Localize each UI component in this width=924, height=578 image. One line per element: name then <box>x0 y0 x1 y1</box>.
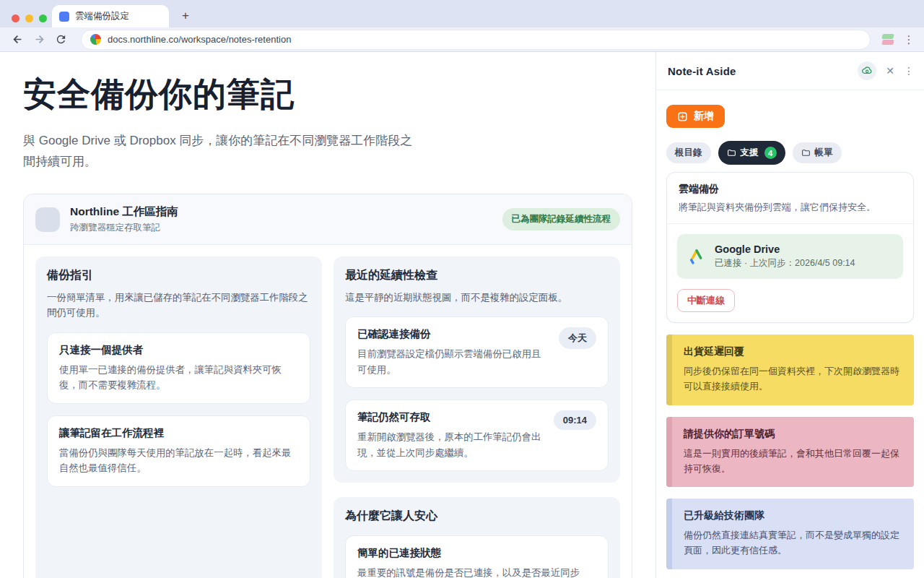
guide-item-body: 使用單一已連接的備份提供者，讓筆記與資料夾可恢復，而不需要複雜流程。 <box>59 362 298 393</box>
browser-menu-button[interactable]: ⋮ <box>902 33 915 46</box>
note-body: 備份仍然直接連結真實筆記，而不是變成單獨的設定頁面，因此更有信任感。 <box>684 528 902 558</box>
note-body: 這是一則實用的後續筆記，會和其他日常回覆一起保持可恢復。 <box>684 447 902 477</box>
note-body: 同步後仍保留在同一個資料夾裡，下次開啟瀏覽器時可以直接接續使用。 <box>684 364 902 394</box>
cloud-sync-button[interactable] <box>858 61 876 80</box>
window-close-button[interactable] <box>12 14 19 22</box>
backup-guide-panel: 備份指引 一份簡單清單，用來讓已儲存的筆記在不同瀏覽器工作階段之間仍可使用。 只… <box>35 256 322 578</box>
guide-item-title: 只連接一個提供者 <box>59 343 298 357</box>
provider-status: 已連接 · 上次同步：2026/4/5 09:14 <box>715 257 855 269</box>
close-icon[interactable]: ✕ <box>884 65 897 77</box>
right-column: 最近的延續性檢查 這是平靜的近期狀態視圖，而不是複雜的設定面板。 已確認連接備份… <box>334 256 620 578</box>
check-time-badge: 09:14 <box>554 410 596 430</box>
aside-title: Note-it Aside <box>668 65 736 77</box>
tab-favicon-icon <box>59 12 69 22</box>
cloud-backup-desc: 將筆記與資料夾備份到雲端，讓它們保持安全。 <box>679 200 902 215</box>
page-title: 安全備份你的筆記 <box>23 72 632 117</box>
plus-icon <box>677 111 688 122</box>
backup-guide-title: 備份指引 <box>47 268 310 283</box>
guide-item-title: 讓筆記留在工作流程裡 <box>59 426 298 440</box>
sticky-note[interactable]: 請提供你的訂單號碼 這是一則實用的後續筆記，會和其他日常回覆一起保持可恢復。 <box>666 417 914 488</box>
tab-strip: 雲端備份設定 + <box>0 0 924 27</box>
note-title: 請提供你的訂單號碼 <box>684 428 902 441</box>
chip-support[interactable]: 支援 4 <box>718 141 785 165</box>
guide-title: Northline 工作區指南 <box>70 204 178 220</box>
main-document: 安全備份你的筆記 與 Google Drive 或 Dropbox 同步，讓你的… <box>0 52 655 578</box>
browser-toolbar: docs.northline.co/workspace/notes-retent… <box>0 27 924 52</box>
google-drive-provider-card: Google Drive 已連接 · 上次同步：2026/4/5 09:14 <box>677 234 903 279</box>
google-drive-icon <box>687 247 706 266</box>
cloud-backup-card: 雲端備份 將筆記與資料夾備份到雲端，讓它們保持安全。 Google Drive … <box>666 172 914 323</box>
note-count-badge: 4 <box>764 147 777 159</box>
continuity-check-row: 筆記仍然可存取 重新開啟瀏覽器後，原本的工作筆記仍會出現，並從上次同步處繼續。 … <box>345 400 609 471</box>
aside-menu-icon[interactable]: ⋮ <box>904 65 912 77</box>
check-title: 已確認連接備份 <box>357 327 550 341</box>
guide-item-body: 當備份仍與團隊每天使用的筆記放在一起時，看起來最自然也最值得信任。 <box>59 445 298 476</box>
reload-button[interactable] <box>52 31 69 48</box>
avatar <box>35 207 60 232</box>
folder-chips: 根目錄 支援 4 帳單 <box>666 141 914 165</box>
page-subtitle: 與 Google Drive 或 Dropbox 同步，讓你的筆記在不同瀏覽器工… <box>23 130 419 172</box>
url-text: docs.northline.co/workspace/notes-retent… <box>108 34 291 45</box>
sticky-note[interactable]: 已升級給技術團隊 備份仍然直接連結真實筆記，而不是變成單獨的設定頁面，因此更有信… <box>666 499 914 569</box>
note-title: 出貨延遲回覆 <box>684 345 902 358</box>
check-body: 目前瀏覽器設定檔仍顯示雲端備份已啟用且可使用。 <box>357 346 550 377</box>
reassurance-item-card: 簡單的已連接狀態 最重要的訊號是備份是否已連接，以及是否最近同步過。 <box>345 535 609 578</box>
add-note-button[interactable]: 新增 <box>666 105 725 128</box>
chip-root[interactable]: 根目錄 <box>666 142 711 163</box>
guide-card-body: 備份指引 一份簡單清單，用來讓已儲存的筆記在不同瀏覽器工作階段之間仍可使用。 只… <box>24 245 632 578</box>
check-time-badge: 今天 <box>559 327 596 349</box>
workspace-guide-card: Northline 工作區指南 跨瀏覽器穩定存取筆記 已為團隊記錄延續性流程 備… <box>23 194 632 578</box>
reassurance-panel: 為什麼它讓人安心 簡單的已連接狀態 最重要的訊號是備份是否已連接，以及是否最近同… <box>334 497 620 578</box>
reassurance-title: 為什麼它讓人安心 <box>345 509 609 524</box>
site-favicon-icon <box>90 34 101 45</box>
window-minimize-button[interactable] <box>25 14 33 22</box>
note-title: 已升級給技術團隊 <box>684 509 902 522</box>
reassurance-item-body: 最重要的訊號是備份是否已連接，以及是否最近同步過。 <box>357 565 596 578</box>
check-title: 筆記仍然可存取 <box>357 410 545 424</box>
forward-button[interactable] <box>30 31 48 48</box>
continuity-desc: 這是平靜的近期狀態視圖，而不是複雜的設定面板。 <box>345 290 609 305</box>
window-zoom-button[interactable] <box>39 14 47 22</box>
guide-item-card: 只連接一個提供者 使用單一已連接的備份提供者，讓筆記與資料夾可恢復，而不需要複雜… <box>47 332 310 404</box>
cloud-sync-icon <box>861 65 873 77</box>
browser-chrome: 雲端備份設定 + docs.northline.co/workspace/not… <box>0 0 924 52</box>
address-bar[interactable]: docs.northline.co/workspace/notes-retent… <box>81 30 871 50</box>
sticky-note[interactable]: 出貨延遲回覆 同步後仍保留在同一個資料夾裡，下次開啟瀏覽器時可以直接接續使用。 <box>666 335 914 405</box>
cloud-backup-title: 雲端備份 <box>679 183 902 196</box>
guide-card-header: Northline 工作區指南 跨瀏覽器穩定存取筆記 已為團隊記錄延續性流程 <box>24 194 632 245</box>
window-controls <box>12 14 47 22</box>
continuity-panel: 最近的延續性檢查 這是平靜的近期狀態視圖，而不是複雜的設定面板。 已確認連接備份… <box>334 256 620 483</box>
guide-subtitle: 跨瀏覽器穩定存取筆記 <box>70 222 178 234</box>
folder-icon <box>801 148 811 158</box>
noteit-extension-icon[interactable] <box>881 33 895 46</box>
chip-billing[interactable]: 帳單 <box>793 142 842 163</box>
aside-header: Note-it Aside ✕ ⋮ <box>656 52 924 90</box>
folder-icon <box>727 148 736 158</box>
browser-tab[interactable]: 雲端備份設定 <box>52 5 169 27</box>
backup-guide-desc: 一份簡單清單，用來讓已儲存的筆記在不同瀏覽器工作階段之間仍可使用。 <box>47 290 310 321</box>
provider-name: Google Drive <box>715 243 855 255</box>
noteit-aside-panel: Note-it Aside ✕ ⋮ 新增 <box>655 52 924 578</box>
tab-title: 雲端備份設定 <box>75 10 129 22</box>
continuity-title: 最近的延續性檢查 <box>345 268 609 283</box>
reassurance-item-title: 簡單的已連接狀態 <box>357 546 596 560</box>
continuity-check-row: 已確認連接備份 目前瀏覽器設定檔仍顯示雲端備份已啟用且可使用。 今天 <box>345 316 609 388</box>
check-body: 重新開啟瀏覽器後，原本的工作筆記仍會出現，並從上次同步處繼續。 <box>357 429 545 460</box>
back-button[interactable] <box>9 31 26 48</box>
disconnect-button[interactable]: 中斷連線 <box>677 289 735 312</box>
guide-item-card: 讓筆記留在工作流程裡 當備份仍與團隊每天使用的筆記放在一起時，看起來最自然也最值… <box>47 415 310 487</box>
new-tab-button[interactable]: + <box>176 7 195 25</box>
status-badge: 已為團隊記錄延續性流程 <box>502 208 621 230</box>
